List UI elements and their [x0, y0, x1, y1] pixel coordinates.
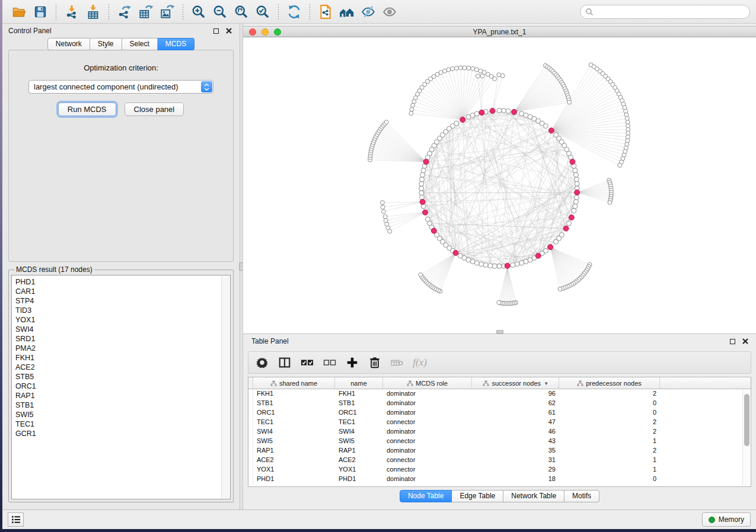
cell-MCDS-role[interactable]: connector [383, 465, 472, 475]
graph-leaf-node[interactable] [380, 200, 384, 204]
delete-column-button[interactable] [366, 354, 384, 371]
network-canvas[interactable] [243, 37, 756, 334]
graph-node[interactable] [483, 262, 488, 267]
graph-mcds-node[interactable] [460, 117, 465, 123]
memory-button[interactable]: Memory [702, 512, 751, 527]
mcds-result-list[interactable]: PHD1CAR1STP4TID3YOX1SWI4SRD1PMA2FKH1ACE2… [11, 275, 231, 499]
horizontal-splitter-handle[interactable] [496, 330, 503, 334]
cell-predecessor-nodes[interactable]: 2 [559, 389, 660, 399]
graph-node[interactable] [425, 217, 430, 222]
table-row[interactable]: SWI4SWI4dominator462 [248, 427, 751, 437]
cell-shared-name[interactable]: STB1 [253, 399, 335, 408]
graph-leaf-node[interactable] [500, 73, 505, 78]
optimization-criterion-select[interactable]: largest connected component (undirected) [28, 80, 213, 94]
cell-name[interactable]: FKH1 [335, 389, 383, 399]
cell-MCDS-role[interactable]: dominator [383, 389, 472, 399]
cell-successor-nodes[interactable]: 18 [472, 475, 559, 484]
column-header-shared-name[interactable]: shared name [253, 377, 335, 389]
cell-successor-nodes[interactable]: 35 [472, 446, 559, 456]
graph-mcds-node[interactable] [420, 199, 425, 204]
cell-predecessor-nodes[interactable]: 2 [559, 427, 660, 437]
graph-node[interactable] [419, 186, 424, 191]
search-input[interactable] [594, 8, 745, 16]
task-history-button[interactable] [8, 512, 24, 527]
mcds-result-item[interactable]: STB1 [15, 400, 230, 410]
mcds-result-item[interactable]: GCR1 [15, 429, 230, 438]
graph-node[interactable] [454, 121, 459, 126]
graph-mcds-node[interactable] [548, 245, 553, 250]
minimize-window-icon[interactable] [261, 28, 269, 36]
graph-leaf-node[interactable] [474, 68, 479, 72]
cell-shared-name[interactable]: TEC1 [253, 418, 335, 427]
graph-leaf-node[interactable] [454, 66, 458, 70]
graph-node[interactable] [515, 262, 519, 267]
mcds-result-item[interactable]: STB5 [15, 372, 230, 382]
graph-node[interactable] [566, 221, 571, 226]
export-table-button[interactable] [136, 2, 155, 21]
cell-name[interactable]: ORC1 [335, 408, 383, 418]
column-header-predecessor-nodes[interactable]: predecessor nodes [559, 377, 660, 389]
mcds-result-item[interactable]: TEC1 [15, 419, 230, 429]
graph-node[interactable] [519, 261, 524, 265]
sort-arrow-icon[interactable]: ▾ [545, 380, 548, 386]
tab-mcds[interactable]: MCDS [158, 38, 194, 50]
cell-MCDS-role[interactable]: dominator [383, 446, 472, 456]
graph-node[interactable] [497, 108, 502, 113]
deselect-all-button[interactable] [321, 354, 339, 371]
cell-predecessor-nodes[interactable]: 2 [559, 418, 660, 427]
zoom-in-button[interactable] [189, 2, 208, 21]
add-column-button[interactable] [343, 354, 361, 371]
graph-node[interactable] [488, 263, 493, 268]
graph-node[interactable] [420, 172, 425, 177]
table-row[interactable]: RAP1RAP1dominator352 [248, 446, 751, 456]
cell-name[interactable]: STB1 [335, 399, 383, 408]
graph-node[interactable] [511, 262, 515, 267]
graph-leaf-node[interactable] [384, 219, 388, 223]
tab-edge-table[interactable]: Edge Table [452, 490, 503, 502]
graph-leaf-node[interactable] [411, 103, 415, 107]
graph-node[interactable] [575, 195, 579, 200]
mcds-result-item[interactable]: FKH1 [15, 353, 230, 363]
graph-node[interactable] [573, 168, 578, 173]
graph-leaf-node[interactable] [409, 111, 413, 116]
graph-leaf-node[interactable] [618, 164, 622, 168]
graph-node[interactable] [492, 264, 497, 268]
close-panel-button[interactable] [224, 26, 234, 36]
column-header-successor-nodes[interactable]: successor nodes▾ [472, 377, 559, 389]
cell-successor-nodes[interactable]: 47 [472, 418, 559, 427]
graph-leaf-node[interactable] [558, 287, 562, 291]
graph-mcds-node[interactable] [479, 110, 484, 115]
float-table-panel-button[interactable] [728, 336, 737, 346]
network-graph[interactable] [243, 37, 756, 334]
graph-leaf-node[interactable] [497, 300, 501, 305]
column-header-MCDS-role[interactable]: MCDS role [383, 377, 472, 389]
graph-mcds-node[interactable] [431, 228, 436, 233]
result-list-scrollbar[interactable] [221, 276, 229, 498]
graph-mcds-node[interactable] [548, 128, 554, 133]
graph-leaf-node[interactable] [476, 74, 480, 78]
graph-leaf-node[interactable] [385, 222, 389, 226]
cell-successor-nodes[interactable]: 96 [472, 389, 559, 399]
cell-predecessor-nodes[interactable]: 2 [559, 446, 660, 456]
mcds-result-item[interactable]: STP4 [15, 296, 230, 306]
graph-mcds-node[interactable] [575, 190, 580, 195]
graph-mcds-node[interactable] [570, 159, 575, 165]
tab-select[interactable]: Select [122, 38, 158, 50]
mcds-result-item[interactable]: ACE2 [15, 363, 230, 372]
save-session-button[interactable] [31, 2, 50, 21]
cell-predecessor-nodes[interactable]: 0 [559, 408, 660, 418]
graph-leaf-node[interactable] [381, 210, 385, 214]
graph-node[interactable] [497, 264, 502, 268]
table-row[interactable]: STB1STB1dominator620 [248, 399, 751, 408]
cell-MCDS-role[interactable]: connector [383, 418, 472, 427]
graph-node[interactable] [479, 262, 484, 267]
refresh-button[interactable] [285, 2, 304, 21]
graph-mcds-node[interactable] [563, 226, 569, 231]
graph-mcds-node[interactable] [490, 108, 495, 114]
zoom-out-button[interactable] [210, 2, 229, 21]
graph-leaf-node[interactable] [467, 66, 471, 70]
graph-node[interactable] [421, 168, 426, 173]
zoom-fit-button[interactable] [232, 2, 251, 21]
graph-node[interactable] [502, 108, 506, 113]
table-row[interactable]: ORC1ORC1dominator610 [248, 408, 751, 418]
